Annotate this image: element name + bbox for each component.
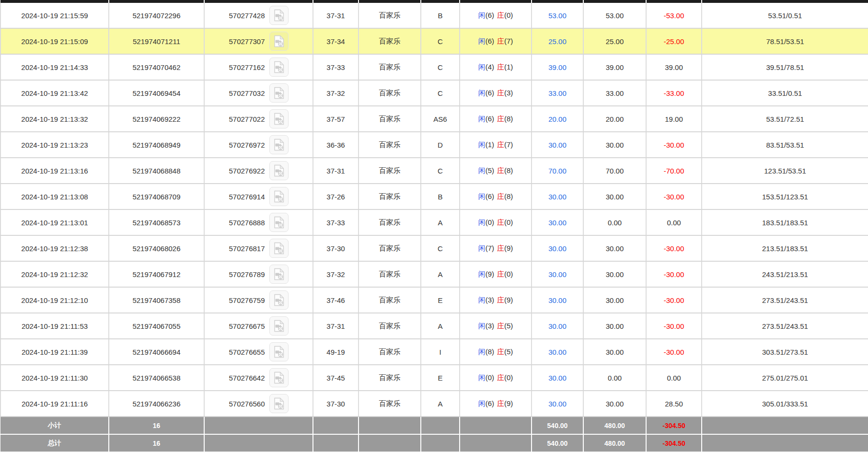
bet-time-cell: 2024-10-19 21:12:38: [0, 235, 109, 261]
bet-record-row[interactable]: 2024-10-19 21:12:10521974067358570276759…: [0, 287, 868, 313]
bet-record-row[interactable]: 2024-10-19 21:12:38521974068026570276817…: [0, 235, 868, 261]
balance-cell: 305.01/333.51: [702, 391, 868, 417]
player-result: 闲(4): [478, 63, 494, 72]
video-record-button[interactable]: [269, 316, 289, 336]
bet-id-cell: 521974066538: [109, 365, 204, 391]
bet-amount-link[interactable]: 30.00: [532, 235, 583, 261]
bet-record-row[interactable]: 2024-10-19 21:13:32521974069222570277022…: [0, 106, 868, 132]
video-record-button[interactable]: [269, 83, 289, 103]
bet-record-row[interactable]: 2024-10-19 21:13:42521974069454570277032…: [0, 80, 868, 106]
bet-amount-link[interactable]: 30.00: [532, 313, 583, 339]
table-round-cell: 37-32: [313, 261, 359, 287]
bet-record-row[interactable]: 2024-10-19 21:11:16521974066236570276560…: [0, 391, 868, 417]
valid-amount-cell: 30.00: [583, 287, 646, 313]
bet-amount-link[interactable]: 20.00: [532, 106, 583, 132]
bet-record-row[interactable]: 2024-10-19 21:15:09521974071211570277307…: [0, 28, 868, 54]
round-id-cell: 570276817: [204, 235, 313, 261]
video-record-button[interactable]: [269, 213, 289, 232]
game-name-cell: 百家乐: [359, 3, 421, 28]
video-record-button[interactable]: [269, 265, 289, 284]
bet-record-row[interactable]: 2024-10-19 21:11:53521974067055570276675…: [0, 313, 868, 339]
bet-record-row[interactable]: 2024-10-19 21:13:08521974068709570276914…: [0, 184, 868, 209]
table-letter-cell: C: [421, 54, 460, 80]
balance-cell: 123.51/53.51: [702, 158, 868, 184]
video-record-button[interactable]: [269, 368, 289, 387]
bet-amount-link[interactable]: 30.00: [532, 365, 583, 391]
video-record-button[interactable]: [269, 6, 289, 25]
video-record-button[interactable]: [269, 342, 289, 361]
video-record-icon: [273, 294, 285, 306]
bet-amount-link[interactable]: 30.00: [532, 209, 583, 235]
footer-bet-total-cell: 540.00: [532, 434, 583, 452]
win-loss-cell: -30.00: [646, 313, 702, 339]
bet-amount-link[interactable]: 70.00: [532, 158, 583, 184]
bet-amount-link[interactable]: 33.00: [532, 80, 583, 106]
footer-empty-cell: [460, 434, 532, 452]
bet-amount-link[interactable]: 53.00: [532, 3, 583, 28]
video-record-button[interactable]: [269, 32, 289, 51]
bet-amount-link[interactable]: 30.00: [532, 184, 583, 209]
round-id-text: 570277428: [229, 12, 265, 20]
video-record-button[interactable]: [269, 58, 289, 77]
round-id-cell: 570276759: [204, 287, 313, 313]
bet-record-row[interactable]: 2024-10-19 21:15:59521974072296570277428…: [0, 3, 868, 28]
player-label: 闲: [478, 399, 486, 407]
bet-record-row[interactable]: 2024-10-19 21:13:16521974068848570276922…: [0, 158, 868, 184]
bet-amount-link[interactable]: 30.00: [532, 261, 583, 287]
table-round-cell: 37-30: [313, 235, 359, 261]
banker-result: 庄(8): [497, 166, 513, 175]
video-record-button[interactable]: [269, 187, 289, 206]
video-record-icon: [273, 190, 285, 203]
result-cell: 闲(1)庄(7): [460, 132, 532, 158]
bet-amount-link[interactable]: 25.00: [532, 28, 583, 54]
bet-amount-link[interactable]: 30.00: [532, 391, 583, 417]
round-id-cell: 570277022: [204, 106, 313, 132]
player-label: 闲: [478, 296, 486, 304]
bet-amount-link[interactable]: 30.00: [532, 287, 583, 313]
bet-record-row[interactable]: 2024-10-19 21:11:30521974066538570276642…: [0, 365, 868, 391]
video-record-button[interactable]: [269, 394, 289, 413]
balance-cell: 153.51/123.51: [702, 184, 868, 209]
table-letter-cell: A: [421, 209, 460, 235]
balance-cell: 213.51/183.51: [702, 235, 868, 261]
valid-amount-cell: 33.00: [583, 80, 646, 106]
footer-empty-cell: [421, 417, 460, 434]
bet-record-row[interactable]: 2024-10-19 21:14:33521974070462570277162…: [0, 54, 868, 80]
video-record-icon: [273, 113, 285, 125]
game-name-cell: 百家乐: [359, 28, 421, 54]
bet-record-row[interactable]: 2024-10-19 21:13:23521974068949570276972…: [0, 132, 868, 158]
bet-amount-link[interactable]: 30.00: [532, 132, 583, 158]
result-cell: 闲(6)庄(8): [460, 106, 532, 132]
bet-amount-link[interactable]: 30.00: [532, 339, 583, 365]
game-name-cell: 百家乐: [359, 287, 421, 313]
balance-cell: 273.51/243.51: [702, 313, 868, 339]
video-record-button[interactable]: [269, 135, 289, 154]
video-record-icon: [273, 371, 285, 384]
result-cell: 闲(6)庄(7): [460, 28, 532, 54]
bet-amount-link[interactable]: 39.00: [532, 54, 583, 80]
video-record-button[interactable]: [269, 109, 289, 128]
video-record-button[interactable]: [269, 290, 289, 310]
bet-time-cell: 2024-10-19 21:13:16: [0, 158, 109, 184]
win-loss-cell: -53.00: [646, 3, 702, 28]
round-id-cell: 570277428: [204, 3, 313, 28]
round-id-cell: 570276922: [204, 158, 313, 184]
table-round-cell: 37-57: [313, 106, 359, 132]
valid-amount-cell: 30.00: [583, 184, 646, 209]
table-letter-cell: B: [421, 3, 460, 28]
round-id-text: 570276655: [229, 348, 265, 356]
video-record-button[interactable]: [269, 161, 289, 180]
player-label: 闲: [478, 218, 486, 226]
table-round-cell: 37-26: [313, 184, 359, 209]
table-letter-cell: A: [421, 261, 460, 287]
win-loss-cell: -30.00: [646, 287, 702, 313]
round-id-text: 570277162: [229, 63, 265, 71]
bet-record-row[interactable]: 2024-10-19 21:11:39521974066694570276655…: [0, 339, 868, 365]
bet-time-cell: 2024-10-19 21:13:42: [0, 80, 109, 106]
bet-record-row[interactable]: 2024-10-19 21:12:32521974067912570276789…: [0, 261, 868, 287]
bet-record-row[interactable]: 2024-10-19 21:13:01521974068573570276888…: [0, 209, 868, 235]
video-record-button[interactable]: [269, 239, 289, 258]
valid-amount-cell: 0.00: [583, 209, 646, 235]
player-result: 闲(0): [478, 218, 494, 227]
bet-history-table: 2024-10-19 21:15:59521974072296570277428…: [0, 0, 868, 452]
